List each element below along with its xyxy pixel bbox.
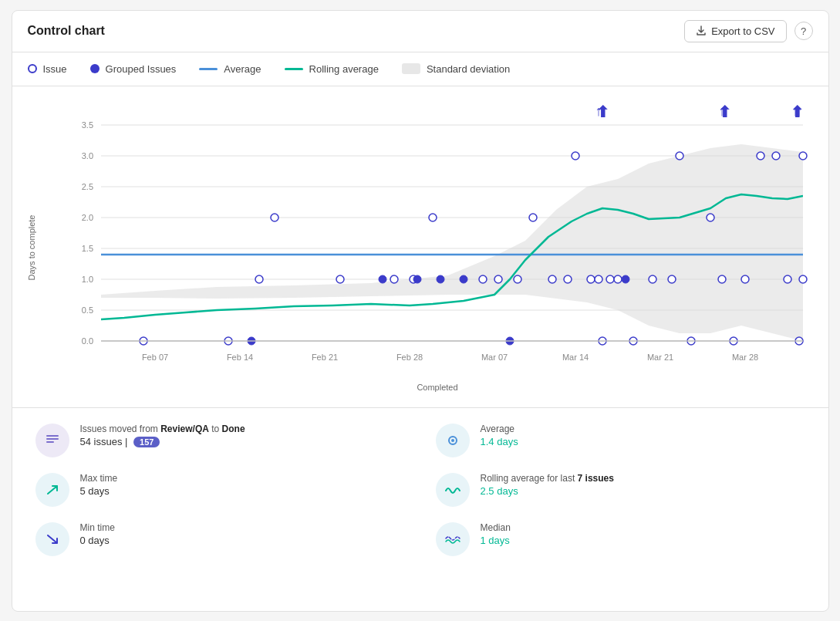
svg-text:Feb 07: Feb 07	[141, 353, 167, 362]
issue-dot	[799, 152, 807, 160]
stat-issues-moved: Issues moved from Review/QA to Done 54 i…	[35, 424, 405, 457]
svg-rect-36	[46, 435, 59, 437]
legend-rolling: Rolling average	[285, 63, 379, 75]
stats-right-col: Average 1.4 days Rolling average for las…	[436, 424, 805, 556]
issue-dot	[494, 275, 502, 283]
issue-dot	[514, 275, 521, 283]
svg-text:Feb 14: Feb 14	[226, 353, 252, 362]
x-axis-label: Completed	[62, 383, 813, 392]
stat-max-time: Max time 5 days	[35, 473, 405, 507]
stat-arrow-up-icon	[35, 473, 69, 507]
legend-issue: Issue	[28, 63, 67, 75]
issue-dot	[529, 214, 537, 221]
header-actions: Export to CSV ?	[684, 20, 812, 42]
grouped-dot	[460, 275, 467, 283]
help-button[interactable]: ?	[794, 22, 813, 40]
control-chart-card: Control chart Export to CSV ? Issue Grou…	[12, 10, 829, 612]
rolling-line-icon	[285, 68, 303, 70]
average-line-icon	[199, 68, 218, 70]
issue-dot	[429, 214, 437, 221]
grouped-dot-icon	[90, 64, 100, 73]
issue-dot	[479, 275, 487, 283]
svg-text:Mar 28: Mar 28	[731, 353, 757, 362]
y-axis-label: Days to complete	[27, 214, 36, 280]
svg-text:Feb 21: Feb 21	[311, 353, 337, 362]
stat-avg-icon	[436, 424, 470, 457]
legend-grouped: Grouped Issues	[90, 63, 177, 75]
issue-dot	[606, 275, 614, 283]
issue-dot	[548, 275, 556, 283]
svg-text:Mar 21: Mar 21	[646, 353, 673, 362]
svg-rect-37	[46, 438, 59, 440]
stat-average: Average 1.4 days	[436, 424, 805, 457]
chart-wrapper: Days to complete 0.0 0.5 1.0 1.5	[28, 94, 813, 392]
grouped-dot	[622, 275, 629, 283]
issue-dot	[572, 152, 579, 160]
stat-median-icon	[436, 522, 470, 556]
legend-average: Average	[199, 63, 261, 75]
svg-text:1.0: 1.0	[81, 275, 93, 284]
issue-dot	[799, 275, 807, 283]
issue-dot	[676, 152, 683, 160]
stats-section: Issues moved from Review/QA to Done 54 i…	[12, 407, 828, 572]
svg-text:2.5: 2.5	[81, 182, 93, 191]
svg-point-40	[451, 439, 454, 442]
issue-dot	[741, 275, 749, 283]
issue-dot	[668, 275, 676, 283]
issue-dot	[255, 275, 263, 283]
svg-text:⬆: ⬆	[595, 103, 609, 120]
stat-arrow-down-icon	[35, 522, 69, 556]
svg-text:2.0: 2.0	[81, 213, 93, 222]
page-title: Control chart	[28, 24, 105, 38]
issue-dot-icon	[28, 64, 37, 73]
svg-text:1.5: 1.5	[81, 244, 93, 253]
svg-text:⬆: ⬆	[790, 103, 803, 120]
issue-dot	[757, 152, 764, 160]
stat-list-icon	[35, 424, 69, 457]
legend-stddev: Standard deviation	[402, 63, 510, 75]
svg-text:3.0: 3.0	[81, 151, 93, 160]
stat-wave-icon	[436, 473, 470, 507]
issue-dot	[587, 275, 595, 283]
stat-median: Median 1 days	[436, 522, 805, 556]
svg-text:Mar 07: Mar 07	[481, 353, 507, 362]
chart-area: Days to complete 0.0 0.5 1.0 1.5	[12, 86, 828, 400]
issue-dot	[718, 275, 726, 283]
stats-left-col: Issues moved from Review/QA to Done 54 i…	[35, 424, 405, 556]
svg-text:0.5: 0.5	[81, 305, 93, 315]
card-header: Control chart Export to CSV ?	[12, 11, 828, 52]
svg-text:Feb 28: Feb 28	[396, 353, 422, 362]
issue-dot	[784, 275, 791, 283]
stat-min-time: Min time 0 days	[35, 522, 405, 556]
issue-dot	[649, 275, 656, 283]
svg-text:⬆: ⬆	[717, 103, 730, 120]
issue-dot	[595, 275, 602, 283]
svg-rect-38	[46, 441, 54, 443]
issue-dot	[614, 275, 622, 283]
grouped-dot	[413, 275, 421, 283]
export-button[interactable]: Export to CSV	[684, 20, 786, 42]
chart-legend: Issue Grouped Issues Average Rolling ave…	[12, 52, 828, 86]
grouped-dot	[379, 275, 386, 283]
svg-text:0.0: 0.0	[81, 336, 93, 346]
stddev-rect-icon	[402, 63, 420, 74]
svg-text:3.5: 3.5	[81, 120, 93, 130]
issue-dot	[707, 214, 714, 221]
issue-dot	[336, 275, 344, 283]
svg-text:Mar 14: Mar 14	[562, 353, 588, 362]
main-chart: 0.0 0.5 1.0 1.5 2.0 2.5 3.0 3.5 Feb 07 F…	[62, 94, 818, 380]
grouped-dot	[437, 275, 444, 283]
issues-badge: 157	[133, 437, 160, 447]
issue-dot	[271, 214, 278, 221]
issue-dot	[772, 152, 780, 160]
issue-dot	[564, 275, 572, 283]
stat-rolling-avg: Rolling average for last 7 issues 2.5 da…	[436, 473, 805, 507]
export-icon	[696, 25, 707, 36]
issue-dot	[390, 275, 398, 283]
